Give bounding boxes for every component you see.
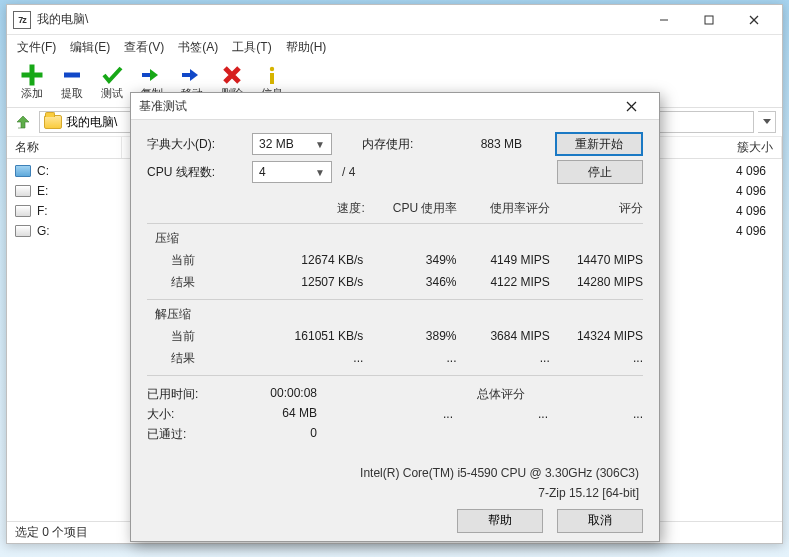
plus-icon xyxy=(19,64,45,86)
cell: 14324 MIPS xyxy=(550,329,643,343)
address-text: 我的电脑\ xyxy=(66,114,117,131)
cell: 12507 KB/s xyxy=(270,275,363,289)
help-label: 帮助 xyxy=(488,512,512,529)
compress-result-row: 结果 12507 KB/s 346% 4122 MIPS 14280 MIPS xyxy=(155,271,643,293)
passed-value: 0 xyxy=(227,426,317,446)
svg-point-4 xyxy=(270,67,274,71)
menu-file[interactable]: 文件(F) xyxy=(17,39,56,56)
cell: ... xyxy=(548,407,643,421)
app-icon: 7z xyxy=(13,11,31,29)
cell: 346% xyxy=(363,275,456,289)
toolbar-add-label: 添加 xyxy=(21,86,43,101)
size-value: 64 MB xyxy=(227,406,317,426)
threads-total: / 4 xyxy=(342,165,355,179)
cell: ... xyxy=(457,351,550,365)
dialog-titlebar: 基准测试 xyxy=(131,93,659,120)
folder-icon xyxy=(44,115,62,129)
chevron-down-icon: ▼ xyxy=(315,139,325,150)
overall-label: 总体评分 xyxy=(358,386,643,403)
elapsed-label: 已用时间: xyxy=(147,386,227,406)
menu-bookmark[interactable]: 书签(A) xyxy=(178,39,218,56)
close-button[interactable] xyxy=(731,6,776,34)
row-label: 结果 xyxy=(155,350,270,367)
decompress-section: 解压缩 当前 161051 KB/s 389% 3684 MIPS 14324 … xyxy=(147,306,643,369)
close-icon xyxy=(626,101,637,112)
elapsed-value: 00:00:08 xyxy=(227,386,317,406)
toolbar-extract[interactable]: 提取 xyxy=(55,64,89,101)
minimize-button[interactable] xyxy=(641,6,686,34)
cell: 4149 MIPS xyxy=(457,253,550,267)
dict-size-value: 32 MB xyxy=(259,137,294,151)
decompress-title: 解压缩 xyxy=(155,306,643,323)
dict-size-select[interactable]: 32 MB ▼ xyxy=(252,133,332,155)
maximize-button[interactable] xyxy=(686,6,731,34)
benchmark-dialog: 基准测试 字典大小(D): 32 MB ▼ 内存使用: 883 MB 重新开始 … xyxy=(130,92,660,542)
drive-icon xyxy=(15,225,31,237)
drive-icon xyxy=(15,205,31,217)
cell: ... xyxy=(270,351,363,365)
drive-icon xyxy=(15,165,31,177)
svg-rect-1 xyxy=(705,16,713,24)
drive-label: E: xyxy=(37,184,127,198)
cell: 389% xyxy=(363,329,456,343)
compress-section: 压缩 当前 12674 KB/s 349% 4149 MIPS 14470 MI… xyxy=(147,230,643,293)
dict-size-label: 字典大小(D): xyxy=(147,136,252,153)
cell: 14280 MIPS xyxy=(550,275,643,289)
chevron-down-icon xyxy=(763,119,771,125)
column-name[interactable]: 名称 xyxy=(7,137,122,158)
cell: ... xyxy=(453,407,548,421)
cancel-button[interactable]: 取消 xyxy=(557,509,643,533)
col-speed: 速度: xyxy=(272,200,365,217)
cell: 3684 MIPS xyxy=(457,329,550,343)
drive-size: 4 096 xyxy=(704,204,774,218)
column-size[interactable]: 簇大小 xyxy=(712,137,782,158)
chevron-down-icon: ▼ xyxy=(315,167,325,178)
toolbar-add[interactable]: 添加 xyxy=(15,64,49,101)
col-rating: 使用率评分 xyxy=(458,200,551,217)
drive-size: 4 096 xyxy=(704,224,774,238)
memory-value: 883 MB xyxy=(432,137,522,151)
address-dropdown[interactable] xyxy=(758,111,776,133)
toolbar-test[interactable]: 测试 xyxy=(95,64,129,101)
dialog-body: 字典大小(D): 32 MB ▼ 内存使用: 883 MB 重新开始 CPU 线… xyxy=(131,120,659,500)
up-button[interactable] xyxy=(13,112,35,132)
menu-tools[interactable]: 工具(T) xyxy=(232,39,271,56)
cell: 161051 KB/s xyxy=(270,329,363,343)
cell: ... xyxy=(363,351,456,365)
summary-row: 已用时间:00:00:08 大小:64 MB 已通过:0 总体评分 ... ..… xyxy=(147,386,643,446)
cell: 4122 MIPS xyxy=(457,275,550,289)
decompress-current-row: 当前 161051 KB/s 389% 3684 MIPS 14324 MIPS xyxy=(155,325,643,347)
compress-title: 压缩 xyxy=(155,230,643,247)
window-title: 我的电脑\ xyxy=(37,11,88,28)
drive-label: C: xyxy=(37,164,127,178)
window-controls xyxy=(641,6,776,34)
cell: 14470 MIPS xyxy=(550,253,643,267)
cpu-info: Intel(R) Core(TM) i5-4590 CPU @ 3.30GHz … xyxy=(147,466,643,480)
compress-current-row: 当前 12674 KB/s 349% 4149 MIPS 14470 MIPS xyxy=(155,249,643,271)
menubar: 文件(F) 编辑(E) 查看(V) 书签(A) 工具(T) 帮助(H) xyxy=(7,35,782,62)
menu-edit[interactable]: 编辑(E) xyxy=(70,39,110,56)
help-button[interactable]: 帮助 xyxy=(457,509,543,533)
titlebar: 7z 我的电脑\ xyxy=(7,5,782,35)
menu-help[interactable]: 帮助(H) xyxy=(286,39,327,56)
dialog-close-button[interactable] xyxy=(611,93,651,119)
cell: ... xyxy=(550,351,643,365)
dialog-title: 基准测试 xyxy=(139,98,187,115)
stop-button[interactable]: 停止 xyxy=(557,160,643,184)
results-grid: 速度: CPU 使用率 使用率评分 评分 压缩 当前 12674 KB/s 34… xyxy=(147,200,643,500)
info-icon xyxy=(259,64,285,86)
threads-select[interactable]: 4 ▼ xyxy=(252,161,332,183)
status-text: 选定 0 个项目 xyxy=(15,524,88,541)
restart-button[interactable]: 重新开始 xyxy=(555,132,643,156)
restart-label: 重新开始 xyxy=(575,136,623,153)
row-label: 当前 xyxy=(155,252,270,269)
check-icon xyxy=(99,64,125,86)
svg-rect-5 xyxy=(270,73,274,84)
col-score: 评分 xyxy=(550,200,643,217)
dialog-footer: 帮助 取消 xyxy=(131,500,659,541)
grid-header: 速度: CPU 使用率 使用率评分 评分 xyxy=(147,200,643,217)
menu-view[interactable]: 查看(V) xyxy=(124,39,164,56)
cancel-label: 取消 xyxy=(588,512,612,529)
threads-value: 4 xyxy=(259,165,266,179)
drive-size: 4 096 xyxy=(704,164,774,178)
